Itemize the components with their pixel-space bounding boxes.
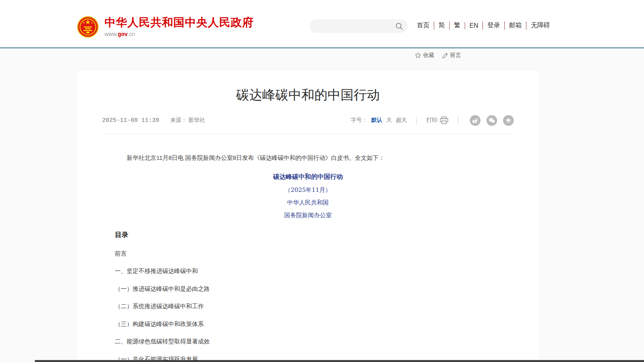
font-size-large-button[interactable]: 大 bbox=[386, 117, 392, 124]
top-nav: 首页 简 繁 EN 登录 邮箱 无障碍 bbox=[412, 21, 554, 30]
nav-home[interactable]: 首页 bbox=[412, 21, 434, 30]
toc-item: （二）系统推进碳达峰碳中和工作 bbox=[115, 303, 501, 310]
divider bbox=[458, 117, 458, 124]
page-tools: 收藏 留言 bbox=[415, 52, 461, 59]
wechat-share-icon[interactable] bbox=[486, 115, 497, 126]
site-header: 中华人民共和国中央人民政府 www.gov.cn 首页 简 繁 EN 登录 邮箱… bbox=[0, 0, 644, 48]
weibo-share-icon[interactable] bbox=[470, 115, 481, 126]
site-logo[interactable]: 中华人民共和国中央人民政府 www.gov.cn bbox=[77, 16, 254, 38]
font-size-xlarge-button[interactable]: 超大 bbox=[396, 117, 407, 124]
divider bbox=[416, 117, 417, 124]
comment-button[interactable]: 留言 bbox=[442, 52, 461, 59]
comment-label: 留言 bbox=[450, 52, 461, 59]
article-date: 2025-11-08 11:39 bbox=[102, 117, 159, 124]
nav-accessibility[interactable]: 无障碍 bbox=[526, 21, 554, 30]
toc-heading: 目录 bbox=[115, 230, 501, 239]
qzone-share-icon[interactable] bbox=[503, 115, 514, 126]
article-title: 碳达峰碳中和的中国行动 bbox=[102, 87, 514, 103]
printer-icon bbox=[440, 116, 448, 124]
print-button[interactable]: 打印 bbox=[426, 116, 448, 124]
favorite-label: 收藏 bbox=[423, 52, 434, 59]
doc-org-line2: 国务院新闻办公室 bbox=[115, 212, 501, 219]
search-bar[interactable] bbox=[310, 19, 408, 33]
nav-simplified[interactable]: 简 bbox=[434, 21, 449, 30]
article-meta-left: 2025-11-08 11:39 来源： 新华社 bbox=[102, 117, 205, 124]
font-size-label: 字号： bbox=[351, 117, 367, 124]
pencil-icon bbox=[442, 53, 448, 59]
toc-item: 一、坚定不移推进碳达峰碳中和 bbox=[115, 268, 501, 275]
toc-item: （三）构建碳达峰碳中和政策体系 bbox=[115, 321, 501, 328]
national-emblem-icon bbox=[77, 16, 99, 38]
article-card: 碳达峰碳中和的中国行动 2025-11-08 11:39 来源： 新华社 字号：… bbox=[78, 70, 538, 362]
favorite-button[interactable]: 收藏 bbox=[415, 52, 434, 59]
source-label: 来源： bbox=[170, 117, 187, 123]
print-label: 打印 bbox=[426, 117, 437, 124]
footer-top-edge bbox=[35, 360, 644, 362]
toc-item: 前言 bbox=[115, 250, 501, 257]
site-title: 中华人民共和国中央人民政府 bbox=[104, 17, 254, 29]
source-value: 新华社 bbox=[188, 117, 205, 123]
article-meta-row: 2025-11-08 11:39 来源： 新华社 字号： 默认 大 超大 打印 bbox=[102, 115, 514, 134]
nav-traditional[interactable]: 繁 bbox=[449, 21, 465, 30]
lead-paragraph: 新华社北京11月8日电 国务院新闻办公室8日发布《碳达峰碳中和的中国行动》白皮书… bbox=[115, 153, 501, 163]
star-icon bbox=[415, 52, 421, 59]
search-input[interactable] bbox=[310, 19, 395, 33]
toc-item: 二、能源绿色低碳转型取得显著成效 bbox=[115, 338, 501, 345]
doc-title: 碳达峰碳中和的中国行动 bbox=[115, 173, 501, 181]
site-title-block: 中华人民共和国中央人民政府 www.gov.cn bbox=[104, 17, 254, 37]
search-icon[interactable] bbox=[395, 22, 403, 30]
site-url: www.gov.cn bbox=[104, 31, 254, 37]
article-meta-right: 字号： 默认 大 超大 打印 bbox=[351, 115, 514, 126]
toc-item: （一）推进碳达峰碳中和是必由之路 bbox=[115, 286, 501, 292]
doc-date: （2025年11月） bbox=[115, 186, 501, 194]
nav-mail[interactable]: 邮箱 bbox=[504, 21, 526, 30]
font-size-default-button[interactable]: 默认 bbox=[371, 117, 382, 124]
nav-english[interactable]: EN bbox=[465, 22, 483, 29]
article-source: 来源： 新华社 bbox=[170, 117, 205, 124]
nav-login[interactable]: 登录 bbox=[483, 21, 504, 30]
article-body: 新华社北京11月8日电 国务院新闻办公室8日发布《碳达峰碳中和的中国行动》白皮书… bbox=[115, 153, 501, 362]
doc-org-line1: 中华人民共和国 bbox=[115, 199, 501, 207]
